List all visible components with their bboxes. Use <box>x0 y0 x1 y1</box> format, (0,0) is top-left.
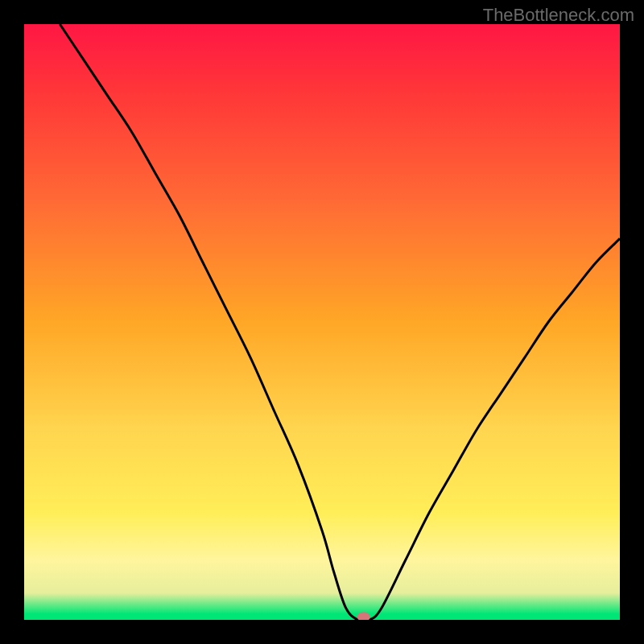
chart-container: TheBottleneck.com <box>0 0 644 644</box>
plot-area <box>24 24 620 620</box>
chart-svg <box>24 24 620 620</box>
watermark-text: TheBottleneck.com <box>483 5 634 26</box>
